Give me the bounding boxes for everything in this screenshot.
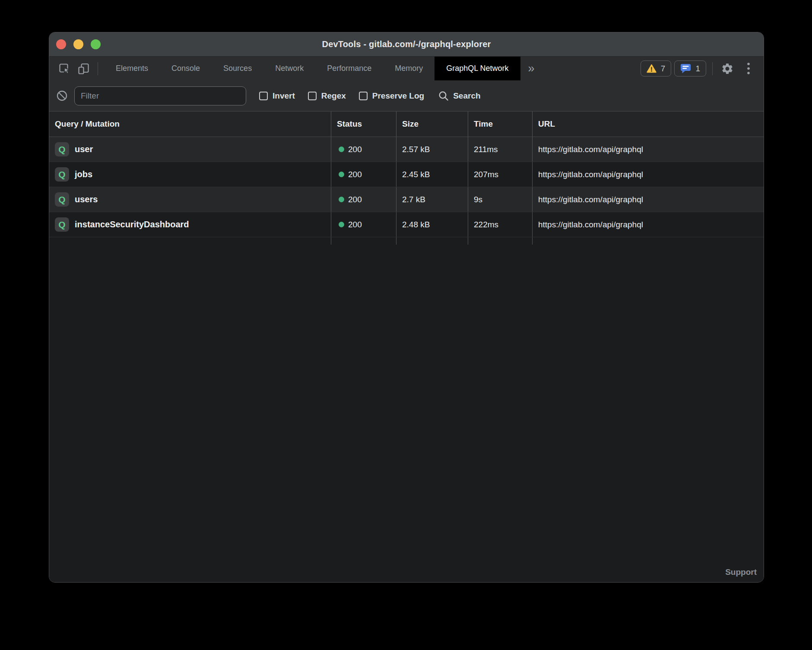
devtools-toolbar: Elements Console Sources Network Perform… [49, 57, 764, 80]
window-title: DevTools - gitlab.com/-/graphql-explorer [322, 39, 491, 49]
preserve-log-checkbox-group[interactable]: Preserve Log [359, 91, 424, 101]
preserve-log-label: Preserve Log [372, 91, 424, 101]
tab-network[interactable]: Network [263, 57, 315, 80]
query-name: instanceSecurityDashboard [75, 220, 189, 229]
device-toolbar-button[interactable] [76, 60, 92, 77]
tab-memory[interactable]: Memory [383, 57, 435, 80]
device-toolbar-icon [77, 62, 90, 75]
inspect-cursor-icon [58, 62, 71, 75]
request-url: https://gitlab.com/api/graphql [532, 187, 764, 212]
toolbar-separator [98, 62, 98, 75]
table-row-jobs[interactable]: Q jobs 200 2.45 kB 207ms https://gitlab.… [49, 162, 764, 187]
status-code: 200 [348, 195, 362, 204]
invert-checkbox-group[interactable]: Invert [259, 91, 295, 101]
status-ok-dot [339, 222, 344, 227]
query-name: users [75, 194, 98, 204]
preserve-log-checkbox[interactable] [359, 92, 368, 100]
column-header-size: Size [396, 112, 468, 137]
more-options-button[interactable] [743, 60, 754, 77]
column-header-query-mutation: Query / Mutation [49, 112, 331, 137]
time-value: 211ms [468, 137, 532, 162]
filter-input[interactable] [74, 86, 246, 105]
query-type-badge: Q [55, 167, 69, 182]
inspect-element-button[interactable] [57, 60, 73, 77]
table-row-instance-security-dashboard[interactable]: Q instanceSecurityDashboard 200 2.48 kB … [49, 212, 764, 237]
column-header-status: Status [331, 112, 396, 137]
filter-toolbar: Invert Regex Preserve Log Search [49, 80, 764, 111]
minimize-window-button[interactable] [73, 39, 83, 49]
window-titlebar: DevTools - gitlab.com/-/graphql-explorer [49, 32, 764, 57]
time-value: 207ms [468, 162, 532, 187]
status-ok-dot [339, 172, 344, 177]
warnings-badge[interactable]: 7 [641, 61, 672, 76]
gear-icon [721, 62, 734, 75]
regex-checkbox-group[interactable]: Regex [308, 91, 346, 101]
issues-count: 1 [695, 64, 700, 73]
status-ok-dot [339, 197, 344, 202]
column-header-time: Time [468, 112, 532, 137]
zoom-window-button[interactable] [91, 39, 101, 49]
warnings-count: 7 [661, 64, 666, 73]
tab-console[interactable]: Console [160, 57, 212, 80]
search-button[interactable]: Search [438, 90, 480, 102]
status-code: 200 [348, 170, 362, 179]
clear-requests-button[interactable] [54, 87, 69, 105]
settings-button[interactable] [719, 60, 736, 77]
close-window-button[interactable] [56, 39, 66, 49]
request-url: https://gitlab.com/api/graphql [532, 137, 764, 162]
time-value: 222ms [468, 212, 532, 237]
devtools-window: DevTools - gitlab.com/-/graphql-explorer… [49, 32, 764, 583]
search-label: Search [453, 91, 480, 101]
tab-sources[interactable]: Sources [212, 57, 263, 80]
table-row-user[interactable]: Q user 200 2.57 kB 211ms https://gitlab.… [49, 137, 764, 162]
status-code: 200 [348, 220, 362, 229]
regex-label: Regex [321, 91, 346, 101]
invert-label: Invert [273, 91, 295, 101]
message-bubble-icon [680, 64, 691, 73]
support-link[interactable]: Support [725, 567, 757, 577]
table-row-users[interactable]: Q users 200 2.7 kB 9s https://gitlab.com… [49, 187, 764, 212]
request-url: https://gitlab.com/api/graphql [532, 162, 764, 187]
status-ok-dot [339, 147, 344, 152]
panel-tabs: Elements Console Sources Network Perform… [104, 57, 542, 80]
tab-elements[interactable]: Elements [104, 57, 160, 80]
query-type-badge: Q [55, 142, 69, 156]
query-name: user [75, 144, 93, 154]
size-value: 2.45 kB [396, 162, 468, 187]
empty-results-area: Support [49, 245, 764, 582]
query-type-badge: Q [55, 192, 69, 207]
invert-checkbox[interactable] [259, 92, 268, 100]
search-icon [438, 90, 449, 102]
column-divider-stub [49, 237, 764, 245]
table-header: Query / Mutation Status Size Time URL [49, 111, 764, 137]
desktop-background: DevTools - gitlab.com/-/graphql-explorer… [0, 0, 812, 650]
query-name: jobs [75, 169, 92, 179]
traffic-lights [56, 32, 101, 56]
issues-badge[interactable]: 1 [674, 61, 706, 76]
size-value: 2.48 kB [396, 212, 468, 237]
regex-checkbox[interactable] [308, 92, 317, 100]
warning-triangle-icon [647, 64, 657, 73]
size-value: 2.7 kB [396, 187, 468, 212]
request-url: https://gitlab.com/api/graphql [532, 212, 764, 237]
toolbar-separator-right [712, 62, 713, 75]
column-header-url: URL [532, 112, 764, 137]
block-icon [56, 90, 68, 102]
tab-graphql-network[interactable]: GraphQL Network [435, 57, 520, 80]
more-tabs-button[interactable]: » [520, 57, 542, 80]
size-value: 2.57 kB [396, 137, 468, 162]
query-type-badge: Q [55, 217, 69, 232]
time-value: 9s [468, 187, 532, 212]
kebab-menu-icon [746, 62, 751, 76]
status-code: 200 [348, 145, 362, 154]
tab-performance[interactable]: Performance [315, 57, 383, 80]
